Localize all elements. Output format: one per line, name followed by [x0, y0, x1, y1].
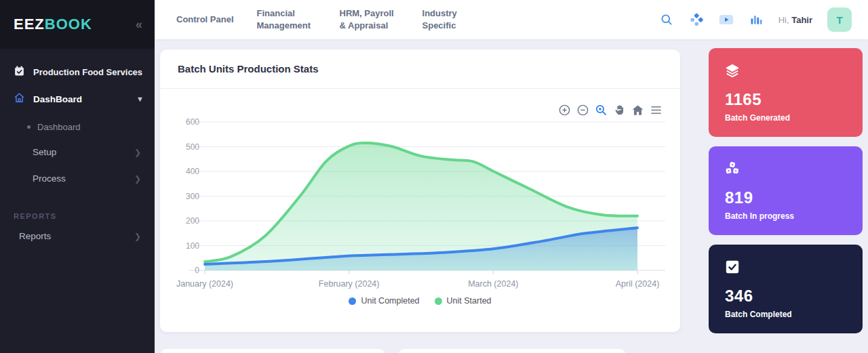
stat-value: 1165 [725, 90, 846, 109]
nav-item-hrm-payroll-appraisal[interactable]: HRM, Payroll & Appraisal [340, 7, 399, 31]
dice-icon [725, 161, 846, 176]
sidebar-item-dashboard[interactable]: Dashboard [0, 115, 155, 139]
chart-legend: Unit CompletedUnit Started [160, 296, 680, 306]
top-navigation: Control PanelFinancial ManagementHRM, Pa… [176, 7, 482, 31]
nav-item-control-panel[interactable]: Control Panel [176, 14, 234, 26]
nav-item-industry-specific[interactable]: Industry Specific [422, 7, 482, 31]
x-axis-tick-label: April (2024) [616, 279, 660, 289]
check-square-icon [725, 259, 846, 274]
stat-label: Batch Completed [725, 310, 846, 319]
bottom-card-right [398, 349, 626, 353]
sidebar-item-process[interactable]: Process❯ [0, 165, 155, 192]
x-axis-tick-label: March (2024) [468, 279, 518, 289]
bottom-card-left [160, 349, 385, 353]
reports-label: Reports [19, 231, 51, 241]
dashboard-sub-label: Dashboard [37, 122, 81, 132]
legend-label: Unit Completed [361, 296, 419, 306]
sidebar-item-setup[interactable]: Setup❯ [0, 139, 155, 165]
sidebar-header: EEZBOOK « [0, 0, 155, 49]
dashboard-parent-label: DashBoard [33, 94, 82, 104]
bar-chart-icon[interactable] [749, 12, 764, 27]
x-axis-tick-label: February (2024) [319, 279, 380, 289]
layers-icon [725, 63, 846, 78]
home-icon [14, 92, 25, 106]
x-axis-tick-label: January (2024) [176, 279, 233, 289]
y-axis-tick-label: 500 [186, 142, 199, 152]
topbar-right: Hi, Tahir T [659, 7, 852, 32]
menu-label: Process [33, 173, 66, 184]
greeting-prefix: Hi, [778, 15, 792, 25]
apps-grid-icon[interactable] [689, 12, 704, 27]
app-logo[interactable]: EEZBOOK [14, 16, 92, 33]
workspace-label: Production Food Services [33, 67, 142, 77]
legend-item-unit-completed[interactable]: Unit Completed [349, 296, 419, 306]
stat-card-batch-completed[interactable]: 346Batch Completed [709, 245, 863, 333]
y-axis-tick-label: 300 [186, 192, 199, 201]
bullet-icon [27, 125, 31, 129]
y-axis-tick-label: 100 [186, 241, 199, 251]
user-greeting: Hi, Tahir [778, 15, 812, 25]
chart-card-title: Batch Units Production Stats [160, 49, 680, 89]
stat-value: 819 [725, 188, 846, 207]
sidebar-item-reports[interactable]: Reports ❯ [0, 223, 155, 249]
logo-text-accent: BOOK [45, 16, 92, 33]
stats-column: 1165Batch Generated819Batch In progress3… [709, 48, 863, 343]
stat-value: 346 [725, 287, 846, 306]
stat-label: Batch Generated [725, 113, 846, 123]
legend-label: Unit Started [447, 296, 492, 306]
stat-card-batch-generated[interactable]: 1165Batch Generated [709, 48, 863, 137]
chevron-right-icon: ❯ [134, 148, 141, 157]
legend-dot-icon [435, 297, 442, 305]
search-icon[interactable] [659, 12, 674, 27]
stat-label: Batch In progress [725, 211, 846, 221]
chevron-right-icon: ❯ [134, 232, 141, 241]
user-name: Tahir [791, 15, 812, 25]
calendar-check-icon [14, 65, 25, 79]
sidebar-item-workspace[interactable]: Production Food Services [0, 49, 155, 83]
video-tutorial-icon[interactable] [719, 12, 734, 27]
y-axis-tick-label: 0 [195, 266, 199, 275]
avatar[interactable]: T [827, 7, 852, 32]
topbar: Control PanelFinancial ManagementHRM, Pa… [155, 0, 868, 39]
nav-item-financial-management[interactable]: Financial Management [257, 7, 317, 31]
menu-label: Setup [33, 147, 56, 157]
area-chart[interactable]: 0100200300400500600January (2024)Februar… [160, 104, 680, 300]
chevron-right-icon: ❯ [134, 174, 141, 184]
sidebar: EEZBOOK « Production Food Services DashB… [0, 0, 155, 353]
y-axis-tick-label: 400 [186, 167, 199, 176]
logo-text-primary: EEZ [14, 16, 45, 33]
sidebar-collapse-icon[interactable]: « [136, 18, 142, 32]
y-axis-tick-label: 600 [186, 117, 199, 127]
stat-card-batch-in-progress[interactable]: 819Batch In progress [709, 146, 863, 235]
chevron-down-icon: ▼ [136, 95, 144, 103]
sidebar-item-dashboard-parent[interactable]: DashBoard ▼ [0, 83, 155, 115]
legend-dot-icon [349, 297, 356, 305]
chart-card: Batch Units Production Stats 01002003004… [160, 49, 680, 332]
y-axis-tick-label: 200 [186, 216, 199, 226]
legend-item-unit-started[interactable]: Unit Started [435, 296, 492, 306]
sidebar-menu: Setup❯Process❯ [0, 139, 155, 192]
sidebar-section-reports: REPORTS [0, 192, 155, 223]
